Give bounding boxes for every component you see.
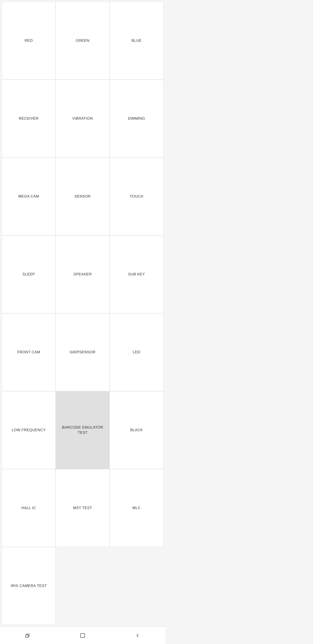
grid-item-label-vibration: VIBRATION (72, 116, 93, 121)
recent-apps-icon (24, 632, 31, 638)
grid-item-label-led: LED (133, 350, 140, 355)
back-button[interactable] (131, 629, 144, 642)
grid-item-label-dimming: DIMMING (128, 116, 145, 121)
grid-item-sub-key[interactable]: SUB KEY (110, 236, 163, 313)
test-grid: REDGREENBLUERECEIVERVIBRATIONDIMMINGMEGA… (0, 0, 165, 626)
svg-rect-1 (81, 633, 85, 638)
grid-item-label-mega-cam: MEGA CAM (18, 194, 39, 199)
grid-item-label-touch: TOUCH (130, 194, 143, 199)
grid-item-mst-test[interactable]: MST TEST (56, 469, 110, 547)
grid-item-touch[interactable]: TOUCH (110, 158, 163, 236)
grid-item-label-green: GREEN (76, 38, 89, 43)
grid-item-label-hall-ic: HALL IC (21, 506, 36, 511)
grid-item-label-front-cam: FRONT CAM (17, 350, 40, 355)
grid-item-label-iris-camera-test: IRIS CAMERA TEST (11, 583, 46, 588)
grid-item-label-speaker: SPEAKER (73, 272, 92, 277)
home-icon (79, 632, 86, 638)
grid-item-empty-0 (56, 547, 110, 625)
grid-item-sleep[interactable]: SLEEP (2, 236, 56, 313)
grid-item-red[interactable]: RED (2, 2, 56, 80)
grid-item-sensor[interactable]: SENSOR (56, 158, 110, 236)
grid-item-label-blue: BLUE (131, 38, 141, 43)
grid-item-label-mlc: MLC (132, 506, 140, 511)
grid-item-label-sleep: SLEEP (22, 272, 35, 277)
grid-item-low-frequency[interactable]: LOW FREQUENCY (2, 391, 56, 469)
grid-item-receiver[interactable]: RECEIVER (2, 80, 56, 158)
grid-item-blue[interactable]: BLUE (110, 2, 163, 80)
grid-item-label-receiver: RECEIVER (19, 116, 39, 121)
grid-item-label-low-frequency: LOW FREQUENCY (12, 428, 46, 433)
navigation-bar (0, 626, 165, 644)
grid-item-iris-camera-test[interactable]: IRIS CAMERA TEST (2, 547, 56, 625)
grid-item-mlc[interactable]: MLC (110, 469, 163, 547)
grid-item-black[interactable]: BLACK (110, 391, 163, 469)
grid-item-speaker[interactable]: SPEAKER (56, 236, 110, 313)
grid-item-vibration[interactable]: VIBRATION (56, 80, 110, 158)
grid-item-label-sensor: SENSOR (74, 194, 91, 199)
grid-item-mega-cam[interactable]: MEGA CAM (2, 158, 56, 236)
grid-item-front-cam[interactable]: FRONT CAM (2, 313, 56, 391)
home-button[interactable] (76, 629, 89, 642)
grid-item-green[interactable]: GREEN (56, 2, 110, 80)
grid-item-label-black: BLACK (130, 428, 143, 433)
grid-item-label-sub-key: SUB KEY (128, 272, 145, 277)
grid-item-dimming[interactable]: DIMMING (110, 80, 163, 158)
grid-item-empty-1 (110, 547, 163, 625)
grid-item-led[interactable]: LED (110, 313, 163, 391)
grid-item-label-gripsensor: GRIPSENSOR (70, 350, 95, 355)
grid-item-barcode-emulator-test[interactable]: BARCODE EMULATOR TEST (56, 391, 110, 469)
svg-rect-0 (25, 635, 28, 638)
back-icon (135, 632, 141, 638)
recent-apps-button[interactable] (21, 629, 34, 642)
grid-item-hall-ic[interactable]: HALL IC (2, 469, 56, 547)
grid-item-label-red: RED (24, 38, 33, 43)
grid-item-gripsensor[interactable]: GRIPSENSOR (56, 313, 110, 391)
grid-item-label-mst-test: MST TEST (73, 506, 92, 511)
grid-item-label-barcode-emulator-test: BARCODE EMULATOR TEST (60, 425, 105, 435)
